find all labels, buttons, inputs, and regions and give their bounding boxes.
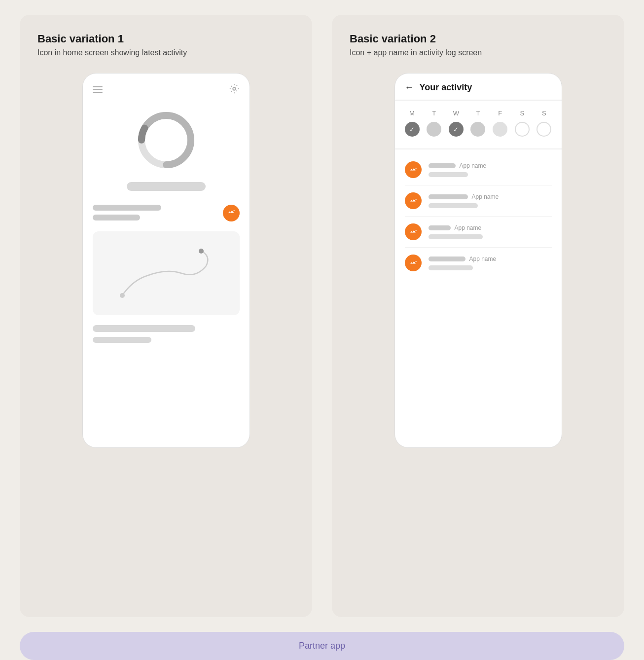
list-item-top-3: App name [429,224,552,231]
day-circle-w: ✓ [449,122,464,137]
shoe-icon [409,258,418,267]
list-item-subpill-3 [429,234,483,239]
gear-icon [229,83,240,96]
v2-day-labels-row: M T W T F S S [405,110,552,117]
list-item-badge-2 [405,192,422,209]
v1-center-pill [127,182,206,191]
shoe-icon [409,165,418,174]
list-item-badge-3 [405,223,422,240]
day-label-s2: S [537,110,551,117]
list-item: App name [405,248,552,278]
list-item-top-4: App name [429,256,552,262]
day-label-s1: S [515,110,530,117]
v2-days-section: M T W T F S S ✓ ✓ [395,101,562,149]
day-label-t1: T [427,110,441,117]
partner-bar-label: Partner app [299,641,345,651]
variation1-title: Basic variation 1 [37,33,294,45]
list-item-appname-1: App name [460,162,487,169]
list-item: App name [405,185,552,217]
list-item-pill-4 [429,257,465,261]
list-item-subpill-4 [429,265,473,270]
v1-activity-badge [223,205,240,221]
list-item-pill-2 [429,194,468,199]
day-label-m: M [405,110,420,117]
list-item-text-4: App name [429,256,552,270]
v1-text-lines [93,205,218,223]
variation1-panel: Basic variation 1 Icon in home screen sh… [20,15,312,617]
phone-v2: ← Your activity M T W T F S S ✓ [394,73,562,448]
list-item-badge-4 [405,255,422,271]
day-label-f: F [493,110,507,117]
donut-chart-area [93,108,240,172]
donut-chart [134,108,198,172]
back-arrow-icon[interactable]: ← [405,82,414,93]
v2-screen-title: Your activity [420,82,472,93]
day-circle-t1 [427,122,441,137]
list-item-top-1: App name [429,162,552,169]
hamburger-icon [93,86,103,93]
day-circle-f [493,122,507,137]
partner-bar: Partner app [20,632,624,660]
variation2-subtitle: Icon + app name in activity log screen [350,48,607,57]
v1-map [93,231,240,315]
v1-topbar [93,83,240,96]
list-item-text-1: App name [429,162,552,177]
svg-point-4 [120,293,125,298]
list-item-badge-1 [405,161,422,178]
list-item-text-2: App name [429,193,552,208]
list-item-top-2: App name [429,193,552,200]
list-item-pill-3 [429,225,451,230]
day-label-w: W [449,110,464,117]
v1-activity-row [93,205,240,223]
v1-bottom-pills [93,325,240,351]
variation2-title: Basic variation 2 [350,33,607,45]
list-item-subpill-1 [429,172,468,177]
day-circle-s2 [537,122,551,137]
variation2-panel: Basic variation 2 Icon + app name in act… [332,15,624,617]
list-item-appname-4: App name [469,256,497,262]
svg-point-5 [199,249,204,254]
day-circle-s1 [515,122,530,137]
shoe-icon [409,196,418,205]
list-item-subpill-2 [429,203,478,208]
v2-day-circles-row: ✓ ✓ [405,122,552,137]
v2-header: ← Your activity [395,73,562,100]
shoe-icon [409,227,418,236]
variation1-subtitle: Icon in home screen showing latest activ… [37,48,294,57]
shoe-icon [227,208,236,219]
list-item-pill-1 [429,163,456,168]
list-item-appname-3: App name [455,224,482,231]
day-circle-m: ✓ [405,122,420,137]
svg-point-0 [233,87,236,90]
day-circle-t2 [470,122,485,137]
route-map-svg [93,231,240,315]
list-item-appname-2: App name [472,193,499,200]
list-item: App name [405,154,552,185]
list-item: App name [405,217,552,248]
v2-activity-list: App name App name [395,149,562,283]
list-item-text-3: App name [429,224,552,239]
phone-v1 [82,73,250,448]
day-label-t2: T [470,110,485,117]
